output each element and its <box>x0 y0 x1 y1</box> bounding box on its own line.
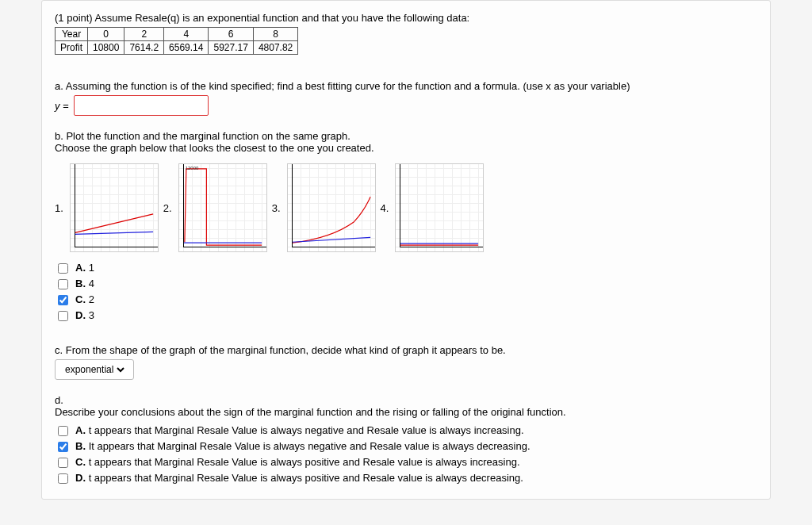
part-a-text: a. Assuming the function is of the kind … <box>55 80 757 92</box>
graph-label: 4. <box>381 202 389 214</box>
choice-row: A. t appears that Marginal Resale Value … <box>55 423 757 439</box>
d-choice-checkbox-c[interactable] <box>58 458 68 468</box>
cell: 4807.82 <box>253 41 297 55</box>
choice-row: A. 1 <box>55 260 757 276</box>
graph-label: 2. <box>163 202 172 214</box>
part-d-text: Describe your conclusions about the sign… <box>55 406 757 418</box>
graph-label: 1. <box>55 202 63 214</box>
points-label: (1 point) <box>55 12 95 24</box>
choice-letter: D. <box>75 472 86 484</box>
choice-row: C. 2 <box>55 292 757 308</box>
choice-row: C. t appears that Marginal Resale Value … <box>55 454 757 470</box>
graphs-row: 1. 2. 12000 3. <box>55 163 757 252</box>
d-choice-checkbox-a[interactable] <box>58 426 68 436</box>
part-d-heading: d. <box>55 394 757 406</box>
cell: 4 <box>164 28 209 41</box>
cell: 5927.17 <box>209 41 253 55</box>
table-row: Year 0 2 4 6 8 <box>56 28 298 41</box>
d-choice-checkbox-d[interactable] <box>58 473 68 484</box>
part-c-text: c. From the shape of the graph of the ma… <box>55 344 757 356</box>
graph-type-select-wrap[interactable]: exponential <box>55 359 134 380</box>
choice-text: t appears that Marginal Resale Value is … <box>89 456 520 468</box>
cell: 8 <box>253 28 297 41</box>
data-table: Year 0 2 4 6 8 Profit 10800 7614.2 6569.… <box>55 27 298 55</box>
graph-thumb-3 <box>287 163 376 252</box>
prompt-text: Assume Resale(q) is an exponential funct… <box>95 12 470 24</box>
graph-type-select[interactable]: exponential <box>62 363 127 376</box>
choice-letter: D. <box>75 309 86 321</box>
choice-letter: B. <box>75 278 86 289</box>
choice-text: It appears that Marginal Resale Value is… <box>89 440 530 452</box>
formula-lhs: y = <box>55 100 69 112</box>
choice-text: t appears that Marginal Resale Value is … <box>89 472 523 484</box>
graph-thumb-1 <box>70 163 159 252</box>
row-label: Year <box>56 28 88 41</box>
choice-row: B. 4 <box>55 276 757 292</box>
graph-label: 3. <box>272 202 281 214</box>
row-label: Profit <box>56 41 88 55</box>
choice-checkbox-c[interactable] <box>58 295 68 305</box>
part-b-line2: Choose the graph below that looks the cl… <box>55 142 757 154</box>
choice-value: 4 <box>89 278 94 289</box>
choice-letter: A. <box>75 424 86 436</box>
choice-value: 1 <box>89 262 94 274</box>
choice-value: 3 <box>89 309 94 321</box>
d-choice-checkbox-b[interactable] <box>58 442 68 452</box>
graph-thumb-2: 12000 <box>178 163 267 252</box>
choice-value: 2 <box>89 293 94 305</box>
choice-checkbox-a[interactable] <box>58 263 68 274</box>
choice-row: D. t appears that Marginal Resale Value … <box>55 470 757 486</box>
question-header: (1 point) Assume Resale(q) is an exponen… <box>55 12 757 24</box>
choice-letter: B. <box>75 440 86 452</box>
choice-row: D. 3 <box>55 308 757 324</box>
cell: 6569.14 <box>164 41 209 55</box>
graph-thumb-4 <box>395 163 484 252</box>
table-row: Profit 10800 7614.2 6569.14 5927.17 4807… <box>56 41 298 55</box>
choice-checkbox-d[interactable] <box>58 311 68 321</box>
choice-letter: A. <box>75 262 86 274</box>
question-card: (1 point) Assume Resale(q) is an exponen… <box>41 0 771 500</box>
cell: 2 <box>124 28 164 41</box>
choice-checkbox-b[interactable] <box>58 279 68 289</box>
choice-row: B. It appears that Marginal Resale Value… <box>55 439 757 454</box>
cell: 0 <box>88 28 124 41</box>
part-d-choices: A. t appears that Marginal Resale Value … <box>55 423 757 486</box>
cell: 6 <box>209 28 253 41</box>
choice-letter: C. <box>75 456 86 468</box>
formula-input[interactable] <box>74 95 209 116</box>
choice-text: t appears that Marginal Resale Value is … <box>89 424 524 436</box>
part-b-choices: A. 1 B. 4 C. 2 D. 3 <box>55 260 757 324</box>
choice-letter: C. <box>75 293 86 305</box>
cell: 10800 <box>88 41 124 55</box>
cell: 7614.2 <box>124 41 164 55</box>
part-b-line1: b. Plot the function and the marginal fu… <box>55 130 757 142</box>
